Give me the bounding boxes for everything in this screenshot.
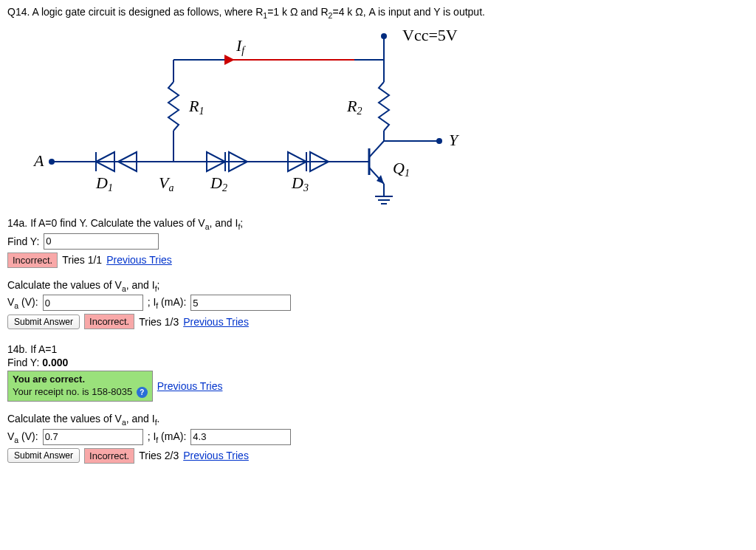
part-a-feedback-1: Incorrect. Tries 1/1 Previous Tries: [7, 252, 749, 269]
q-prefix: Q14. A logic gate circuit is designed as…: [7, 6, 263, 18]
part-a-findY-row: Find Y:: [7, 233, 749, 250]
label-D3: D3: [291, 173, 309, 193]
incorrect-badge: Incorrect.: [84, 448, 134, 464]
incorrect-badge: Incorrect.: [84, 314, 134, 329]
help-icon[interactable]: ?: [137, 387, 148, 398]
part-14b: 14b. If A=1 Find Y: 0.000 You are correc…: [7, 343, 749, 464]
circuit-svg: Vcc=5V If R1 R2 Y Q1 A D1 Va: [7, 23, 480, 207]
part-b-Va-input[interactable]: [43, 429, 143, 445]
tries-text: Tries 2/3: [139, 450, 179, 461]
label-Y: Y: [449, 131, 460, 149]
part-b-submit-row: Submit Answer Incorrect. Tries 2/3 Previ…: [7, 447, 749, 464]
part-b-heading: 14b. If A=1: [7, 343, 749, 355]
previous-tries-link[interactable]: Previous Tries: [183, 316, 249, 328]
label-vcc: Vcc=5V: [402, 26, 458, 44]
If-label: ; If (mA):: [148, 296, 187, 310]
label-If: If: [236, 36, 246, 56]
question-text: Q14. A logic gate circuit is designed as…: [7, 6, 749, 20]
part-b-calc-row: Va (V): ; If (mA):: [7, 428, 749, 446]
Va-label: Va (V):: [7, 430, 38, 444]
If-label: ; If (mA):: [148, 430, 187, 444]
incorrect-badge: Incorrect.: [7, 252, 58, 268]
label-A: A: [32, 151, 44, 170]
label-D2: D2: [210, 173, 227, 193]
tries-text: Tries 1/3: [139, 316, 179, 328]
part-b-findY-row: Find Y: 0.000: [7, 357, 749, 368]
previous-tries-link[interactable]: Previous Tries: [157, 380, 223, 392]
part-a-findY-input[interactable]: [44, 233, 159, 250]
part-b-calc-heading: Calculate the values of Va, and If.: [7, 413, 749, 427]
label-D1: D1: [95, 173, 113, 193]
svg-point-20: [49, 159, 55, 165]
part-b-If-input[interactable]: [190, 429, 291, 445]
part-b-correct-row: You are correct. Your receipt no. is 158…: [7, 370, 749, 402]
findY-label: Find Y:: [7, 357, 39, 368]
part-a-If-input[interactable]: [190, 295, 291, 311]
part-a-calc-heading: Calculate the values of Va, and If;: [7, 279, 749, 293]
label-R1: R1: [188, 97, 204, 117]
Va-label: Va (V):: [7, 296, 38, 310]
previous-tries-link[interactable]: Previous Tries: [183, 450, 249, 461]
tries-text: Tries 1/1: [62, 254, 102, 266]
part-a-heading: 14a. If A=0 find Y. Calculate the values…: [7, 217, 749, 231]
label-Q1: Q1: [393, 159, 410, 179]
part-a-submit-row: Submit Answer Incorrect. Tries 1/3 Previ…: [7, 313, 749, 330]
correct-badge: You are correct. Your receipt no. is 158…: [7, 371, 153, 402]
label-R2: R2: [346, 97, 362, 117]
submit-button[interactable]: Submit Answer: [7, 448, 80, 463]
previous-tries-link[interactable]: Previous Tries: [106, 254, 172, 266]
circuit-diagram: Vcc=5V If R1 R2 Y Q1 A D1 Va: [7, 23, 749, 210]
part-a-calc-row: Va (V): ; If (mA):: [7, 294, 749, 312]
label-Va: Va: [159, 173, 173, 193]
svg-line-10: [369, 141, 384, 157]
findY-value: 0.000: [42, 357, 68, 368]
svg-point-9: [436, 138, 442, 144]
submit-button[interactable]: Submit Answer: [7, 314, 80, 329]
part-14a: 14a. If A=0 find Y. Calculate the values…: [7, 217, 749, 331]
part-a-Va-input[interactable]: [43, 295, 143, 311]
findY-label: Find Y:: [7, 236, 39, 247]
